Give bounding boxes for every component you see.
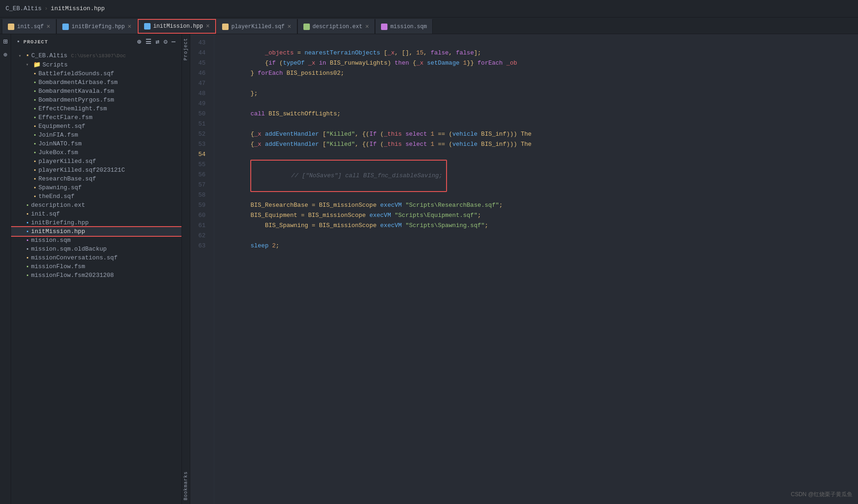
search-icon[interactable]: ⊕ [3, 51, 7, 59]
file-label-description: description.ext [31, 202, 85, 209]
sidebar-item-bombardmentairbase[interactable]: ▪ BombardmentAirbase.fsm [11, 78, 181, 87]
file-label-battlefieldsounds: BattlefieldSounds.sqf [38, 70, 114, 77]
sidebar-item-root[interactable]: ▾ ▪ C_EB.Altis C:\Users\18307\Doc [11, 51, 181, 60]
file-label-joinnato: JoinNATO.fsm [38, 140, 82, 147]
file-icon-sqf-6: ▪ [33, 185, 36, 191]
sidebar-item-missionconversations[interactable]: ▪ missionConversations.sqf [11, 253, 181, 262]
folder-icon-root: ▪ [26, 52, 30, 59]
file-label-missionflow-backup: missionFlow.fsm20231208 [31, 272, 114, 279]
sidebar-item-spawning[interactable]: ▪ Spawning.sqf [11, 183, 181, 192]
sidebar-item-joinfia[interactable]: ▪ JoinFIA.fsm [11, 131, 181, 139]
new-file-icon[interactable]: ⊕ [137, 38, 141, 46]
sidebar-item-playerkilled-backup[interactable]: ▪ playerKilled.sqf2023121C [11, 166, 181, 174]
sidebar-item-initbriefing[interactable]: ▪ initBriefing.hpp [11, 218, 181, 227]
settings-icon[interactable]: ⚙ [163, 38, 168, 46]
sidebar-item-effectchemlight[interactable]: ▪ EffectChemlight.fsm [11, 104, 181, 113]
tab-icon-hpp-1 [62, 24, 69, 30]
file-label-bombardmentairbase: BombardmentAirbase.fsm [38, 79, 118, 86]
line-num-59: 59 [190, 200, 210, 210]
sidebar-item-researchbase[interactable]: ▪ ResearchBase.sqf [11, 174, 181, 183]
project-icon[interactable]: ⊞ [3, 37, 8, 46]
file-label-missionflow: missionFlow.fsm [31, 263, 85, 270]
sidebar-item-bombardmentkavala[interactable]: ▪ BombardmentKavala.fsm [11, 87, 181, 96]
file-label-initbriefing: initBriefing.hpp [31, 219, 89, 226]
tab-close-playerKilled[interactable]: × [287, 24, 291, 30]
line-num-57: 57 [190, 180, 210, 190]
tab-initMission-hpp[interactable]: initMission.hpp × [138, 19, 216, 34]
file-icon-default-1: ▪ [26, 246, 29, 252]
sidebar-item-description[interactable]: ▪ description.ext [11, 201, 181, 210]
file-icon-sqf-1: ▪ [33, 71, 36, 77]
sidebar-item-scripts[interactable]: ▾ 📁 Scripts [11, 60, 181, 69]
code-line-43: _objects = nearestTerrainObjects [_x, []… [222, 38, 858, 48]
file-icon-sqf-7: ▪ [33, 193, 36, 200]
file-label-effectflare: EffectFlare.fsm [38, 114, 92, 121]
sidebar-item-effectflare[interactable]: ▪ EffectFlare.fsm [11, 113, 181, 122]
file-label-researchbase: ResearchBase.sqf [38, 175, 96, 182]
code-line-51: {_x addEventHandler ["Killed", {(If (_th… [222, 119, 858, 129]
tab-label-initMission: initMission.hpp [153, 23, 203, 30]
line-num-60: 60 [190, 210, 210, 221]
sync-icon[interactable]: ⇄ [156, 38, 160, 46]
file-icon-fsm-3: ▪ [33, 97, 36, 103]
file-icon-sqf-8: ▪ [26, 211, 29, 217]
line-num-49: 49 [190, 99, 210, 109]
sidebar-item-bombardmentpyrgos[interactable]: ▪ BombardmentPyrgos.fsm [11, 96, 181, 104]
file-icon-sqm-1: ▪ [26, 237, 29, 244]
line-num-63: 63 [190, 241, 210, 251]
line-num-47: 47 [190, 78, 210, 89]
sidebar-item-mission-oldbackup[interactable]: ▪ mission.sqm.oldBackup [11, 245, 181, 253]
sidebar-item-theend[interactable]: ▪ theEnd.sqf [11, 192, 181, 201]
sidebar-item-equipment[interactable]: ▪ Equipment.sqf [11, 122, 181, 131]
code-line-47: }; [222, 78, 858, 89]
tab-close-init-sqf[interactable]: × [47, 24, 50, 30]
tab-label-description: description.ext [313, 24, 363, 30]
tab-initBriefing-hpp[interactable]: initBriefing.hpp × [56, 19, 138, 34]
bookmarks-label[interactable]: Bookmarks [183, 471, 188, 500]
file-icon-fsm-9: ▪ [26, 264, 29, 270]
file-label-mission-sqm: mission.sqm [31, 237, 71, 244]
chevron-down-icon: ▾ [18, 53, 24, 59]
line-num-54: 54 [190, 150, 210, 160]
sidebar-item-battlefieldsounds[interactable]: ▪ BattlefieldSounds.sqf [11, 69, 181, 78]
activity-bar: ⊞ ⊕ [0, 34, 11, 504]
tab-description-ext[interactable]: description.ext × [297, 19, 375, 34]
root-label: C_EB.Altis [31, 52, 67, 59]
tab-label-playerKilled: playerKilled.sqf [231, 24, 284, 30]
tab-close-initBriefing[interactable]: × [127, 24, 131, 30]
line-num-48: 48 [190, 89, 210, 99]
collapse-icon[interactable]: ☰ [145, 38, 152, 46]
file-icon-sqf-3: ▪ [33, 158, 36, 165]
sidebar-item-missionflow[interactable]: ▪ missionFlow.fsm [11, 262, 181, 271]
tab-close-initMission[interactable]: × [206, 23, 210, 30]
file-icon-sqf-9: ▪ [26, 255, 29, 261]
line-num-46: 46 [190, 68, 210, 78]
sidebar-item-init-sqf[interactable]: ▪ init.sqf [11, 210, 181, 218]
file-icon-hpp-1: ▪ [26, 220, 29, 226]
sidebar-item-jukebox[interactable]: ▪ JukeBox.fsm [11, 148, 181, 157]
sidebar-item-playerkilled-sqf[interactable]: ▪ playerKilled.sqf [11, 157, 181, 166]
tab-init-sqf[interactable]: init.sqf × [2, 19, 56, 34]
sidebar-item-joinnato[interactable]: ▪ JoinNATO.fsm [11, 139, 181, 148]
line-num-51: 51 [190, 119, 210, 129]
tab-label-init-sqf: init.sqf [17, 24, 44, 30]
line-num-53: 53 [190, 139, 210, 150]
code-editor[interactable]: _objects = nearestTerrainObjects [_x, []… [214, 34, 858, 504]
tab-close-description[interactable]: × [365, 24, 369, 30]
file-label-theend: theEnd.sqf [38, 193, 74, 200]
file-icon-fsm-7: ▪ [33, 141, 36, 147]
breadcrumb-root: C_EB.Altis [6, 5, 42, 12]
file-label-playerkilled-backup: playerKilled.sqf2023121C [38, 167, 125, 174]
tab-mission-sqm[interactable]: mission.sqm [375, 19, 433, 34]
tab-playerKilled-sqf[interactable]: playerKilled.sqf × [216, 19, 297, 34]
file-label-joinfia: JoinFIA.fsm [38, 132, 78, 138]
minimize-icon[interactable]: — [172, 38, 176, 46]
folder-open-icon: ▪ [17, 38, 21, 45]
file-label-equipment: Equipment.sqf [38, 123, 85, 130]
sidebar-item-mission-sqm[interactable]: ▪ mission.sqm [11, 236, 181, 245]
project-label[interactable]: Project [183, 38, 188, 60]
code-line-62: sleep 2; [222, 231, 858, 241]
file-icon-fsm-8: ▪ [33, 150, 36, 156]
sidebar-item-initmission[interactable]: ▪ initMission.hpp [11, 227, 181, 236]
sidebar-item-missionflow-backup[interactable]: ▪ missionFlow.fsm20231208 [11, 271, 181, 280]
